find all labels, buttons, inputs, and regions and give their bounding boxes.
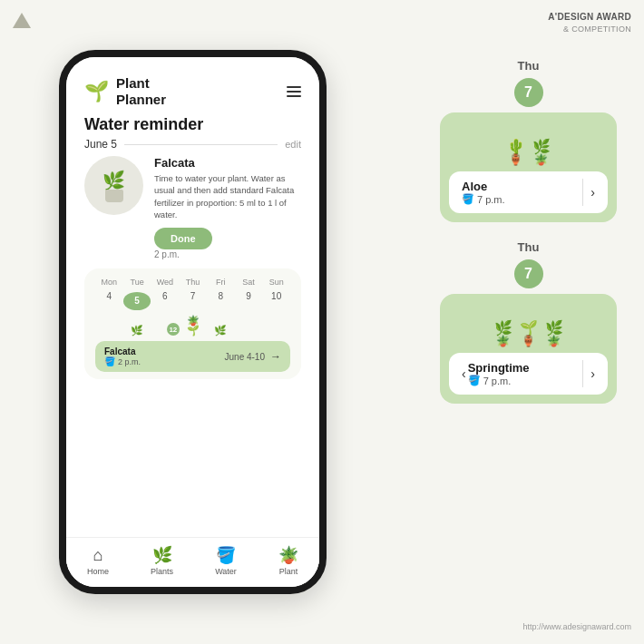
cal-day-sun: Sun: [262, 278, 290, 287]
plant-name: Falcata: [154, 156, 301, 170]
cal-date-5-active[interactable]: 5: [123, 292, 151, 310]
water-icon-w2: 🪣: [468, 375, 481, 386]
calendar-nav: June 4-10 →: [225, 350, 281, 363]
widget-1-divider: [582, 179, 583, 206]
pot-body: [105, 190, 123, 202]
cal-plant-badge: 12: [167, 323, 180, 336]
bottom-nav: ⌂ Home 🌿 Plants 🪣 Water 🪴 Plant: [66, 537, 319, 587]
cal-cell-fri: 🌿: [207, 326, 235, 336]
plant-icon: 🪴: [278, 545, 298, 565]
cal-plant-fri: 🌿: [214, 326, 227, 336]
cal-plant-thu2: 🌱: [187, 326, 200, 336]
water-icon-w1: 🪣: [462, 193, 474, 205]
nav-item-water[interactable]: 🪣 Water: [215, 545, 237, 576]
date-label: June 5: [84, 138, 117, 151]
app-content: Water reminder June 5 edit 🌿 Falcata Tim…: [66, 115, 319, 537]
widget-2-arrow-right[interactable]: ›: [590, 366, 595, 381]
spring-pot-body-3: 🪴: [547, 335, 561, 347]
calendar-section: Mon Tue Wed Thu Fri Sat Sun 4 5 6 7 8 9 …: [84, 268, 301, 379]
app-title-line1: Plant: [116, 75, 150, 91]
cal-date-4[interactable]: 4: [95, 292, 123, 310]
plants-icon: 🌿: [152, 545, 172, 565]
cal-date-8[interactable]: 8: [207, 292, 235, 310]
spring-pot-3: 🌿 🪴: [545, 319, 563, 347]
calendar-header: Mon Tue Wed Thu Fri Sat Sun: [95, 278, 290, 287]
nav-item-home[interactable]: ⌂ Home: [87, 546, 109, 576]
nav-label-plants: Plants: [151, 567, 173, 576]
cal-day-thu: Thu: [179, 278, 207, 287]
cal-date-10[interactable]: 10: [262, 292, 290, 310]
cal-nav-arrow[interactable]: →: [270, 350, 281, 363]
spring-pot-2: 🌱 🏺: [520, 319, 538, 347]
cal-date-7[interactable]: 7: [179, 292, 207, 310]
cal-day-wed: Wed: [151, 278, 179, 287]
nav-item-plants[interactable]: 🌿 Plants: [151, 545, 173, 576]
cal-date-9[interactable]: 9: [235, 292, 263, 310]
widget-2-divider: [582, 360, 583, 387]
plant-logo-icon: 🌱: [84, 80, 109, 103]
widget-2-plants: 🌿 🪴 🌱 🏺 🌿 🪴: [440, 294, 617, 353]
calendar-dates: 4 5 6 7 8 9 10: [95, 292, 290, 310]
aloe-pot-body-1: 🏺: [509, 153, 522, 166]
widget-1-bottom: Aloe 🪣 7 p.m. ›: [449, 171, 608, 213]
adesign-logo: A'DESIGN AWARD & COMPETITION: [548, 11, 631, 35]
widget-2-time-label: 7 p.m.: [483, 376, 512, 386]
widget-1-time-label: 7 p.m.: [477, 194, 505, 205]
aloe-pot-body-2: 🪴: [534, 153, 548, 166]
widget-springtime: Thu 7 🌿 🪴 🌱 🏺 🌿 🪴 ‹ Spr: [440, 240, 617, 404]
reminder-time: 2 p.m.: [154, 249, 301, 259]
widget-2-bottom: ‹ Springtime 🪣 7 p.m. ›: [449, 353, 608, 395]
widget-1-date: 7: [514, 78, 543, 107]
triangle-logo-icon: [13, 13, 31, 28]
cal-date-6[interactable]: 6: [151, 292, 179, 310]
adesign-title-line2: & COMPETITION: [548, 24, 631, 35]
home-icon: ⌂: [93, 546, 103, 565]
cal-plant-tue: 🌿: [131, 326, 143, 336]
widget-2-time: 🪣 7 p.m.: [468, 375, 576, 386]
cal-day-fri: Fri: [207, 278, 235, 287]
adesign-title-line1: A'DESIGN AWARD: [548, 11, 631, 24]
widget-1-day: Thu: [440, 59, 617, 73]
spring-pot-body-2: 🏺: [522, 335, 535, 347]
reminder-text: Time to water your plant. Water as usual…: [154, 172, 301, 220]
calendar-plant-icons: 🌿 🪴 🌱 12 🌿: [95, 316, 290, 336]
widget-2-date: 7: [514, 259, 543, 288]
aloe-pot-1: 🌵 🏺: [507, 138, 525, 166]
widget-1-arrow-right[interactable]: ›: [590, 185, 595, 200]
spring-pot-1: 🌿 🪴: [494, 319, 512, 347]
app-header: 🌱 Plant Planner: [66, 57, 319, 115]
cal-plant-name: Falcata: [104, 346, 141, 356]
widget-1-plants: 🌵 🏺 🌿 🪴: [440, 112, 617, 171]
right-panel: Thu 7 🌵 🏺 🌿 🪴 Aloe 🪣 7 p.m.: [440, 59, 617, 404]
app-title: Plant Planner: [116, 75, 166, 108]
water-icon-cal: 🪣: [104, 356, 115, 366]
cal-cell-tue: 🌿: [123, 326, 151, 336]
phone-screen: 🌱 Plant Planner Water reminder June 5 ed…: [66, 57, 319, 587]
pot-illustration: 🌿: [102, 170, 125, 202]
app-title-line2: Planner: [116, 92, 166, 107]
cal-plant-time: 🪣 2 p.m.: [104, 356, 141, 366]
nav-label-home: Home: [87, 567, 109, 576]
done-button[interactable]: Done: [154, 228, 212, 249]
phone-mockup: 🌱 Plant Planner Water reminder June 5 ed…: [59, 50, 327, 594]
menu-button[interactable]: [287, 86, 301, 97]
reminder-card: 🌿 Falcata Time to water your plant. Wate…: [84, 156, 301, 259]
widget-1-name: Aloe: [462, 180, 575, 193]
app-logo-area: 🌱 Plant Planner: [84, 75, 166, 108]
widget-2-day: Thu: [440, 240, 617, 254]
widget-2-arrow-left[interactable]: ‹: [462, 366, 466, 381]
cal-day-mon: Mon: [95, 278, 123, 287]
reminder-info: Falcata Time to water your plant. Water …: [154, 156, 301, 259]
widget-2-card: 🌿 🪴 🌱 🏺 🌿 🪴 ‹ Springtime 🪣: [440, 294, 617, 404]
cal-day-tue: Tue: [123, 278, 151, 287]
section-title: Water reminder: [84, 115, 301, 134]
edit-link[interactable]: edit: [285, 139, 301, 150]
widget-2-name: Springtime: [468, 361, 576, 375]
nav-item-plant[interactable]: 🪴 Plant: [278, 545, 298, 576]
plant-image: 🌿: [84, 156, 143, 215]
bottom-url: http://www.adesignaward.com: [522, 622, 631, 631]
cal-selected-info: Falcata 🪣 2 p.m.: [104, 346, 141, 366]
date-row: June 5 edit: [84, 138, 301, 151]
date-separator: [124, 144, 278, 145]
cal-cell-thu: 🪴 🌱 12: [179, 316, 207, 336]
